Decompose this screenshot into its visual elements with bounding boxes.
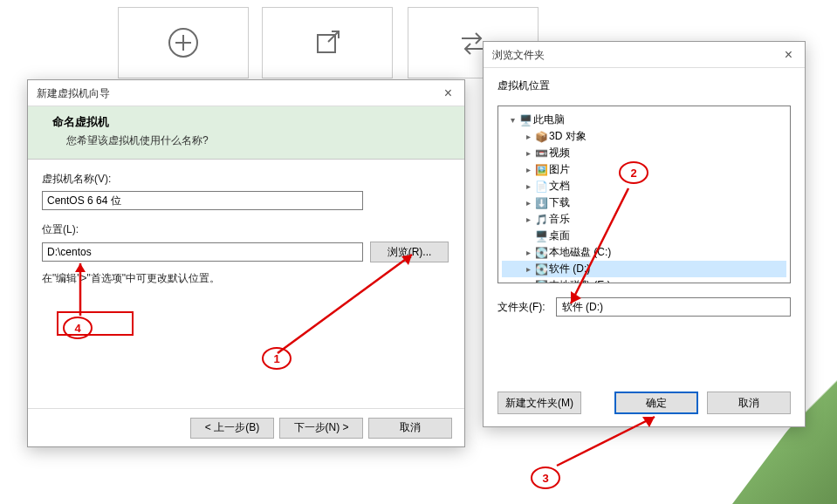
annotation-3: 3 [531, 467, 560, 489]
browse-title: 浏览文件夹 [492, 42, 545, 68]
tree-toggle-icon[interactable]: ▾ [507, 115, 518, 125]
wizard-banner-title: 命名虚拟机 [52, 115, 450, 130]
tree-row[interactable]: ▾🖥️此电脑 [502, 112, 786, 128]
folder-icon: 🖼️ [533, 164, 549, 176]
tree-row[interactable]: ▸⬇️下载 [502, 194, 786, 211]
ok-button[interactable]: 确定 [614, 392, 698, 414]
back-button[interactable]: < 上一步(B) [190, 418, 274, 439]
browse-button[interactable]: 浏览(R)... [370, 242, 449, 262]
tree-row[interactable]: ▸📦3D 对象 [502, 128, 786, 145]
wizard-title: 新建虚拟机向导 [37, 80, 110, 106]
tree-toggle-icon[interactable]: ▸ [523, 132, 533, 141]
folder-icon: 🎵 [533, 214, 549, 226]
tree-label: 本地磁盘 (C:) [549, 245, 611, 260]
tree-row[interactable]: ▸📼视频 [502, 145, 786, 161]
cancel-button[interactable]: 取消 [368, 418, 452, 439]
tree-label: 文档 [549, 179, 570, 194]
tree-label: 本地磁盘 (E:) [549, 278, 611, 283]
folder-icon: ⬇️ [533, 197, 549, 209]
tree-row[interactable]: ▸📄文档 [502, 178, 786, 194]
next-button[interactable]: 下一步(N) > [279, 418, 363, 439]
toolbar-new-button[interactable] [118, 7, 249, 78]
new-folder-button[interactable]: 新建文件夹(M) [497, 392, 581, 414]
tree-row[interactable]: ▸💽本地磁盘 (C:) [502, 244, 786, 261]
folder-icon: 🖥️ [518, 114, 533, 126]
folder-icon: 📄 [533, 180, 549, 193]
tree-label: 下载 [549, 195, 570, 210]
tree-toggle-icon[interactable]: ▸ [523, 248, 533, 257]
svg-line-4 [328, 31, 339, 42]
tree-toggle-icon[interactable]: ▸ [523, 264, 533, 274]
tree-label: 视频 [549, 146, 570, 160]
tree-label: 音乐 [549, 212, 570, 227]
tree-toggle-icon[interactable]: ▸ [523, 281, 533, 283]
tree-label: 图片 [549, 162, 570, 177]
close-icon[interactable]: × [441, 80, 456, 106]
cancel-button[interactable]: 取消 [707, 392, 791, 414]
folder-icon: 💽 [533, 280, 549, 284]
tree-label: 此电脑 [533, 112, 565, 127]
tree-row[interactable]: ▸💽本地磁盘 (E:) [502, 277, 786, 283]
browse-caption: 虚拟机位置 [497, 78, 791, 93]
tree-row[interactable]: ▸💽软件 (D:) [502, 261, 786, 277]
wizard-hint: 在"编辑">"首选项"中可更改默认位置。 [42, 271, 450, 286]
toolbar-open-button[interactable] [262, 7, 393, 78]
vm-location-label: 位置(L): [42, 222, 450, 237]
tree-label: 3D 对象 [549, 129, 587, 144]
folder-icon: 💽 [533, 263, 549, 276]
wizard-banner-sub: 您希望该虚拟机使用什么名称? [52, 133, 450, 148]
annotation-highlight [57, 311, 134, 336]
tree-label: 软件 (D:) [549, 262, 590, 276]
close-icon[interactable]: × [781, 42, 796, 68]
browse-dialog: 浏览文件夹 × 虚拟机位置 ▾🖥️此电脑▸📦3D 对象▸📼视频▸🖼️图片▸📄文档… [483, 41, 806, 427]
vm-name-input[interactable] [42, 191, 363, 210]
tree-toggle-icon[interactable]: ▸ [523, 215, 533, 224]
wizard-banner: 命名虚拟机 您希望该虚拟机使用什么名称? [28, 106, 464, 160]
wizard-titlebar: 新建虚拟机向导 × [28, 80, 464, 106]
tree-toggle-icon[interactable]: ▸ [523, 148, 533, 158]
tree-row[interactable]: ▸🖼️图片 [502, 161, 786, 178]
wizard-dialog: 新建虚拟机向导 × 命名虚拟机 您希望该虚拟机使用什么名称? 虚拟机名称(V):… [27, 79, 465, 447]
vm-location-input[interactable] [42, 242, 363, 262]
folder-icon: 💽 [533, 247, 549, 259]
vm-name-label: 虚拟机名称(V): [42, 172, 450, 187]
folder-field-input[interactable] [556, 297, 791, 317]
folder-field-label: 文件夹(F): [497, 300, 545, 315]
browse-titlebar: 浏览文件夹 × [484, 42, 805, 68]
tree-row[interactable]: 🖥️桌面 [502, 228, 786, 244]
tree-toggle-icon[interactable]: ▸ [523, 165, 533, 174]
folder-tree[interactable]: ▾🖥️此电脑▸📦3D 对象▸📼视频▸🖼️图片▸📄文档▸⬇️下载▸🎵音乐🖥️桌面▸… [497, 106, 791, 283]
wizard-footer: < 上一步(B) 下一步(N) > 取消 [28, 408, 464, 446]
tree-toggle-icon[interactable]: ▸ [523, 181, 533, 191]
tree-row[interactable]: ▸🎵音乐 [502, 211, 786, 228]
folder-icon: 🖥️ [533, 230, 549, 242]
folder-icon: 📦 [533, 131, 549, 143]
tree-toggle-icon[interactable]: ▸ [523, 198, 533, 208]
tree-label: 桌面 [549, 228, 570, 243]
folder-icon: 📼 [533, 147, 549, 160]
